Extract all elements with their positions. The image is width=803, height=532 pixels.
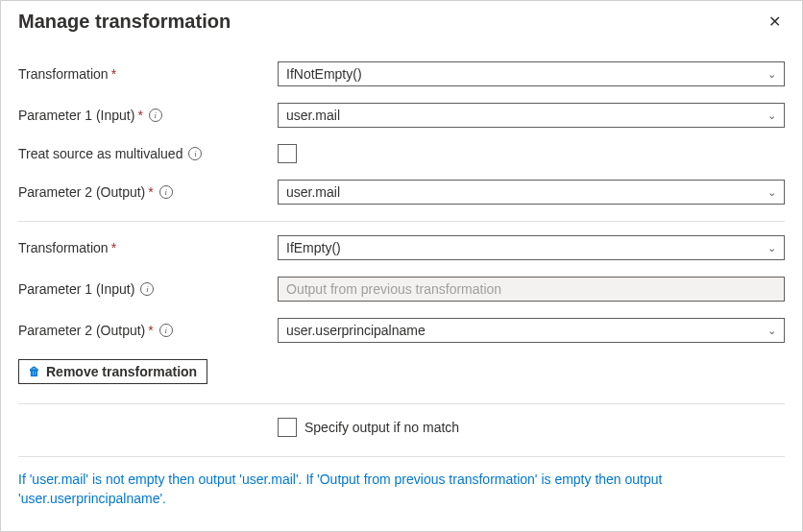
param1-2-field: Output from previous transformation: [278, 277, 785, 302]
trash-icon: 🗑: [29, 365, 40, 378]
label-param2-2: Parameter 2 (Output)* i: [18, 323, 278, 338]
label-param1-1: Parameter 1 (Input)* i: [18, 108, 278, 123]
specify-output-checkbox[interactable]: [278, 418, 297, 437]
divider: [18, 221, 785, 222]
label-treat-source: Treat source as multivalued i: [18, 146, 278, 161]
divider: [18, 403, 785, 404]
info-icon[interactable]: i: [140, 282, 154, 296]
divider: [18, 456, 785, 457]
chevron-down-icon: ⌄: [767, 242, 776, 254]
summary-text: If 'user.mail' is not empty then output …: [18, 471, 785, 508]
param2-2-select[interactable]: user.userprincipalname ⌄: [278, 318, 785, 343]
close-icon[interactable]: ✕: [765, 11, 785, 33]
info-icon[interactable]: i: [149, 109, 162, 122]
multivalued-checkbox[interactable]: [278, 144, 297, 163]
chevron-down-icon: ⌄: [767, 325, 776, 337]
chevron-down-icon: ⌄: [767, 109, 776, 122]
info-icon[interactable]: i: [188, 147, 202, 160]
page-title: Manage transformation: [18, 11, 231, 33]
label-transformation-2: Transformation*: [18, 240, 278, 255]
transformation-2-select[interactable]: IfEmpty() ⌄: [278, 235, 785, 260]
param1-1-select[interactable]: user.mail ⌄: [278, 103, 785, 128]
label-transformation-1: Transformation*: [18, 66, 278, 82]
label-param2-1: Parameter 2 (Output)* i: [18, 184, 278, 200]
remove-transformation-button[interactable]: 🗑 Remove transformation: [18, 359, 207, 384]
param2-1-select[interactable]: user.mail ⌄: [278, 180, 785, 205]
label-param1-2: Parameter 1 (Input) i: [18, 281, 278, 297]
info-icon[interactable]: i: [159, 324, 173, 337]
transformation-1-select[interactable]: IfNotEmpty() ⌄: [278, 61, 785, 86]
chevron-down-icon: ⌄: [767, 68, 776, 81]
specify-output-label: Specify output if no match: [304, 420, 459, 435]
chevron-down-icon: ⌄: [767, 186, 776, 199]
info-icon[interactable]: i: [159, 185, 173, 199]
